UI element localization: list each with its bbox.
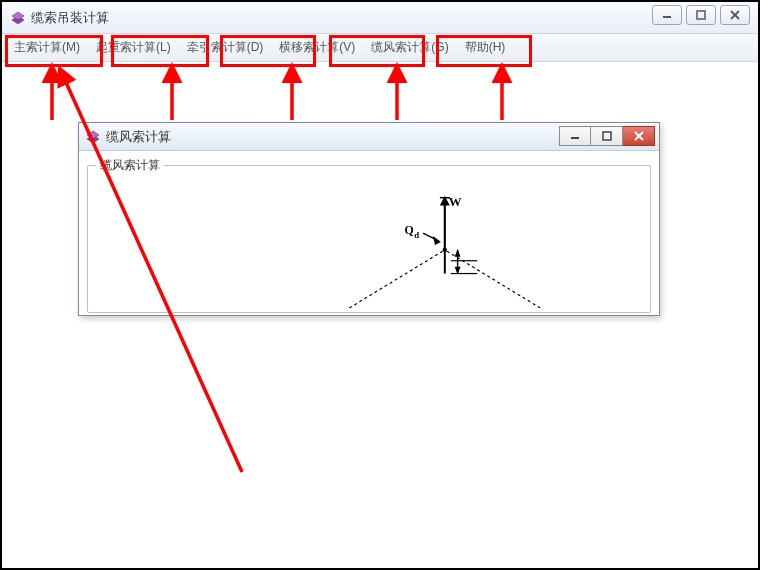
child-app-icon <box>85 129 101 145</box>
menu-traction-cable[interactable]: 牵引索计算(D) <box>179 34 272 61</box>
svg-line-23 <box>445 250 541 308</box>
svg-rect-3 <box>697 11 705 19</box>
main-window-title: 缆索吊装计算 <box>31 9 109 27</box>
svg-text:d: d <box>414 230 419 240</box>
close-button[interactable] <box>720 5 750 25</box>
menu-wind-cable[interactable]: 缆风索计算(G) <box>363 34 456 61</box>
outer-window-controls <box>652 5 750 25</box>
menu-lifting-cable[interactable]: 起重索计算(L) <box>88 34 179 61</box>
svg-text:Q: Q <box>404 223 413 237</box>
app-icon <box>10 10 26 26</box>
child-titlebar: 缆风索计算 <box>79 123 659 151</box>
menu-help[interactable]: 帮助(H) <box>457 34 514 61</box>
menu-main-cable[interactable]: 主索计算(M) <box>6 34 88 61</box>
child-restore-button[interactable] <box>591 126 623 146</box>
outer-titlebar: 缆索吊装计算 <box>2 2 758 34</box>
child-window: 缆风索计算 缆风索计算 <box>78 122 660 316</box>
svg-rect-9 <box>603 132 611 140</box>
menu-transverse-cable[interactable]: 横移索计算(V) <box>271 34 363 61</box>
maximize-button[interactable] <box>686 5 716 25</box>
child-window-title: 缆风索计算 <box>106 128 171 146</box>
svg-text:W: W <box>449 195 462 209</box>
child-minimize-button[interactable] <box>559 126 591 146</box>
svg-marker-19 <box>433 236 441 245</box>
svg-marker-25 <box>455 249 461 257</box>
child-close-button[interactable] <box>623 126 655 146</box>
main-window: 缆索吊装计算 主索计算(M) 起重索计算(L) 牵引索计算(D) 横移索计算(V… <box>2 2 758 568</box>
child-window-controls <box>559 126 655 146</box>
minimize-button[interactable] <box>652 5 682 25</box>
group-label: 缆风索计算 <box>96 157 164 174</box>
engineering-diagram: W Q d <box>88 180 650 308</box>
child-body: 缆风索计算 W Q d <box>79 151 659 315</box>
menubar: 主索计算(M) 起重索计算(L) 牵引索计算(D) 横移索计算(V) 缆风索计算… <box>2 34 758 62</box>
svg-line-22 <box>349 250 445 308</box>
client-area: 缆风索计算 缆风索计算 <box>2 62 758 568</box>
diagram-groupbox: 缆风索计算 W Q d <box>87 165 651 313</box>
